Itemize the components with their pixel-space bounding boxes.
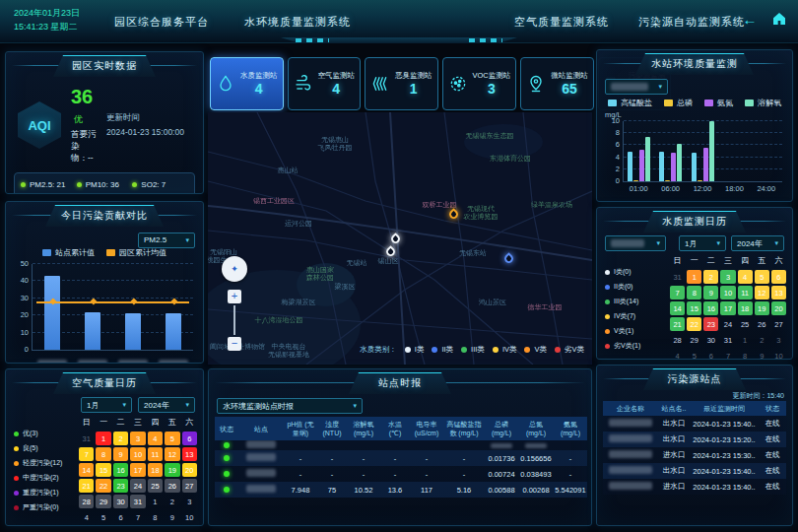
bar-高锰酸盐[interactable] [659, 152, 664, 181]
nav-item-left-0[interactable]: 园区综合服务平台 [114, 15, 209, 30]
calendar-day[interactable]: 20 [771, 301, 786, 315]
bar-氨氮[interactable] [703, 148, 708, 181]
nav-item-left-1[interactable]: 水环境质量监测系统 [244, 15, 351, 30]
calendar-day[interactable]: 27 [771, 317, 786, 331]
calendar-day[interactable]: 21 [670, 317, 685, 331]
calendar-day[interactable]: 3 [771, 333, 786, 347]
calendar-day[interactable]: 4 [670, 349, 685, 360]
calendar-day[interactable]: 23 [113, 479, 128, 493]
calendar-day[interactable]: 2 [755, 333, 769, 347]
nav-item-right-1[interactable]: 污染源自动监测系统 [638, 15, 745, 30]
calendar-day[interactable]: 24 [130, 479, 145, 493]
calendar-day[interactable]: 5 [165, 432, 179, 445]
calendar-day[interactable]: 9 [165, 510, 179, 524]
calendar-day[interactable]: 17 [720, 301, 735, 315]
calendar-day[interactable]: 9 [703, 286, 718, 299]
calendar-day[interactable]: 6 [182, 432, 197, 445]
table-row[interactable]: 出水口2024-01-23 15:40..在线 [603, 463, 786, 479]
calendar-day[interactable]: 12 [755, 286, 769, 299]
calendar-day[interactable]: 14 [79, 463, 94, 477]
station-button-3[interactable]: 恶臭监测站1 [365, 57, 438, 110]
back-icon[interactable]: ← [741, 11, 759, 29]
month-select[interactable]: 1月▾ [81, 397, 132, 413]
calendar-day[interactable]: 1 [96, 432, 110, 445]
calendar-day[interactable]: 10 [130, 447, 145, 461]
map-compass-control[interactable]: ✦ [222, 256, 247, 282]
calendar-day[interactable]: 31 [670, 270, 685, 284]
bar-氨氮[interactable] [639, 150, 644, 181]
bar-溶解氧[interactable] [645, 137, 650, 181]
bar-溶解氧[interactable] [677, 144, 682, 181]
calendar-day[interactable]: 16 [113, 463, 128, 477]
pollutant-select[interactable]: PM2.5 ▾ [138, 233, 195, 248]
calendar-day[interactable]: 19 [755, 301, 769, 315]
calendar-day[interactable]: 23 [703, 317, 718, 331]
map-canvas[interactable]: 无锡惠山 飞凤牡丹园惠山站锡西工业园区运河公园无锡阳山 桃园生态区惠山国家 森林… [208, 112, 592, 365]
calendar-day[interactable]: 3 [130, 432, 145, 445]
table-row[interactable]: 进水口2024-01-23 15:30..在线 [603, 447, 786, 463]
calendar-day[interactable]: 31 [79, 432, 94, 445]
station-button-4[interactable]: VOC监测站3 [442, 57, 517, 110]
bar-总磷[interactable] [665, 180, 670, 181]
table-row[interactable]: ------0.007240.038493- [215, 466, 587, 482]
calendar-day[interactable]: 10 [182, 510, 197, 524]
calendar-day[interactable]: 25 [738, 317, 753, 331]
calendar-day[interactable]: 10 [771, 349, 786, 360]
calendar-day[interactable]: 17 [130, 463, 145, 477]
calendar-day[interactable]: 3 [720, 270, 735, 284]
calendar-day[interactable]: 29 [687, 333, 701, 347]
calendar-day[interactable]: 27 [182, 479, 197, 493]
nav-item-right-0[interactable]: 空气质量监测系统 [514, 15, 609, 30]
station-button-1[interactable]: 水质监测站4 [210, 57, 284, 110]
month-select[interactable]: 1月▾ [679, 235, 726, 251]
calendar-day[interactable]: 1 [687, 270, 701, 284]
calendar-day[interactable]: 13 [182, 447, 197, 461]
station-select[interactable]: ▾ [605, 79, 668, 95]
calendar-day[interactable]: 1 [738, 333, 753, 347]
calendar-day[interactable]: 7 [670, 286, 685, 299]
calendar-day[interactable]: 7 [79, 447, 94, 461]
calendar-day[interactable]: 6 [113, 510, 128, 524]
calendar-day[interactable]: 22 [96, 479, 110, 493]
table-row[interactable]: ------0.017360.156656- [215, 450, 587, 466]
calendar-day[interactable]: 10 [720, 286, 735, 299]
calendar-day[interactable]: 31 [130, 495, 145, 508]
calendar-day[interactable]: 8 [96, 447, 110, 461]
bar-高锰酸盐[interactable] [692, 153, 697, 181]
year-select[interactable]: 2024年▾ [138, 397, 195, 413]
calendar-day[interactable]: 21 [79, 479, 94, 493]
calendar-day[interactable]: 7 [130, 510, 145, 524]
station-button-5[interactable]: 微站监测站65 [520, 57, 594, 110]
map-zoom-slider[interactable] [233, 305, 235, 335]
calendar-day[interactable]: 25 [148, 479, 163, 493]
calendar-day[interactable]: 1 [148, 495, 163, 508]
station-select[interactable]: ▾ [605, 235, 666, 251]
calendar-day[interactable]: 31 [720, 333, 735, 347]
calendar-day[interactable]: 20 [182, 463, 197, 477]
calendar-day[interactable]: 15 [96, 463, 110, 477]
station-button-2[interactable]: 空气监测站4 [288, 57, 362, 110]
year-select[interactable]: 2024年▾ [731, 235, 784, 251]
calendar-day[interactable]: 18 [148, 463, 163, 477]
calendar-day[interactable]: 6 [771, 270, 786, 284]
calendar-day[interactable]: 11 [738, 286, 753, 299]
bar-总磷[interactable] [698, 180, 702, 181]
calendar-day[interactable]: 26 [755, 317, 769, 331]
table-row[interactable] [215, 440, 587, 450]
calendar-day[interactable]: 29 [96, 495, 110, 508]
bar-总磷[interactable] [633, 180, 638, 181]
calendar-day[interactable]: 9 [755, 349, 769, 360]
calendar-day[interactable]: 30 [113, 495, 128, 508]
calendar-day[interactable]: 14 [670, 301, 685, 315]
bar[interactable] [85, 312, 100, 350]
bar-氨氮[interactable] [671, 153, 676, 181]
calendar-day[interactable]: 6 [703, 349, 718, 360]
calendar-day[interactable]: 26 [165, 479, 179, 493]
calendar-day[interactable]: 7 [720, 349, 735, 360]
calendar-day[interactable]: 15 [687, 301, 701, 315]
bar-高锰酸盐[interactable] [628, 152, 632, 182]
calendar-day[interactable]: 28 [670, 333, 685, 347]
calendar-day[interactable]: 4 [148, 432, 163, 445]
home-icon[interactable] [770, 11, 788, 29]
calendar-day[interactable]: 8 [687, 286, 701, 299]
